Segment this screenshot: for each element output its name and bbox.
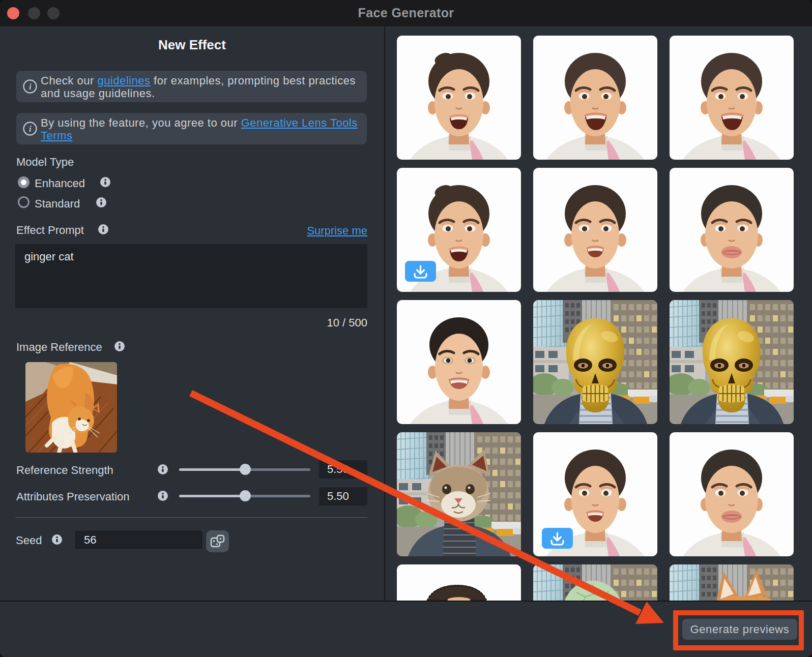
svg-text:i: i — [29, 124, 32, 134]
svg-text:i: i — [29, 82, 32, 92]
